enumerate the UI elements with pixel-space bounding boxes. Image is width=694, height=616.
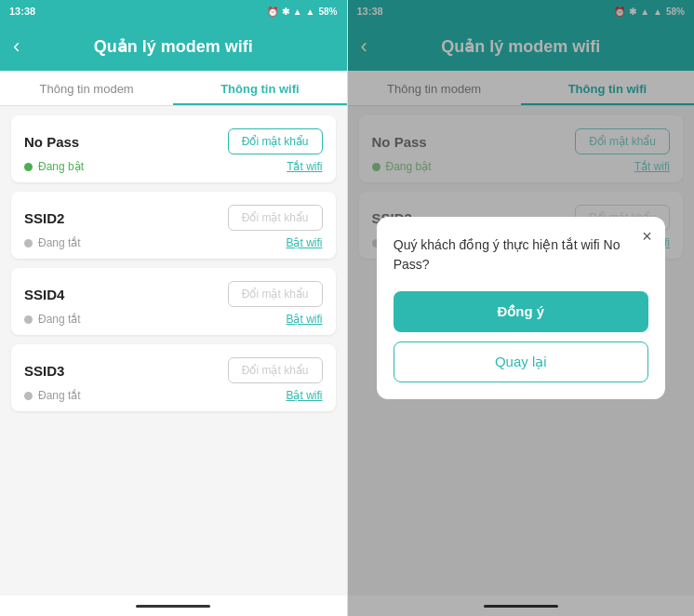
- wifi-card-ssid3-left: SSID3 Đổi mật khẩu Đang tắt Bật wifi: [11, 344, 336, 411]
- status-dot-ssid3-left: [24, 392, 33, 400]
- modal-confirm-button[interactable]: Đồng ý: [394, 291, 648, 332]
- status-label-ssid2-left: Đang tắt: [38, 236, 81, 249]
- wifi-list-left: No Pass Đổi mật khẩu Đang bật Tắt wifi S…: [0, 106, 347, 596]
- tabs-left: Thông tin modem Thông tin wifi: [0, 71, 347, 106]
- wifi-name-nopass-left: No Pass: [24, 134, 79, 150]
- status-bar-left: 13:38 ⏰ ✱ ▲ ▲ 58%: [0, 0, 347, 22]
- status-icons-left: ⏰ ✱ ▲ ▲ 58%: [267, 7, 338, 17]
- wifi-card-top-ssid3-left: SSID3 Đổi mật khẩu: [24, 357, 323, 383]
- modal-close-button[interactable]: ×: [642, 228, 652, 245]
- wifi-card-bottom-ssid2-left: Đang tắt Bật wifi: [24, 236, 323, 249]
- wifi-name-ssid3-left: SSID3: [24, 363, 64, 379]
- tab-wifi-info-left[interactable]: Thông tin wifi: [173, 71, 346, 105]
- wifi-card-ssid4-left: SSID4 Đổi mật khẩu Đang tắt Bật wifi: [11, 268, 336, 335]
- wifi-card-top-ssid4-left: SSID4 Đổi mật khẩu: [24, 281, 323, 307]
- status-ssid3-left: Đang tắt: [24, 389, 81, 402]
- btn-change-pass-ssid4-left: Đổi mật khẩu: [228, 281, 323, 307]
- left-panel: 13:38 ⏰ ✱ ▲ ▲ 58% ‹ Quản lý modem wifi T…: [0, 0, 347, 616]
- btn-change-pass-ssid3-left: Đổi mật khẩu: [228, 357, 323, 383]
- wifi-card-top-nopass-left: No Pass Đổi mật khẩu: [24, 128, 323, 154]
- wifi-signal-icon: ▲: [306, 7, 315, 17]
- wifi-name-ssid4-left: SSID4: [24, 287, 64, 302]
- status-label-nopass-left: Đang bật: [38, 160, 84, 173]
- alarm-icon: ⏰: [267, 7, 278, 17]
- bottom-indicator-left: [136, 605, 210, 608]
- modal-overlay: × Quý khách đồng ý thực hiện tắt wifi No…: [348, 0, 695, 616]
- time-left: 13:38: [9, 6, 35, 17]
- btn-toggle-ssid4-left[interactable]: Bật wifi: [286, 313, 322, 326]
- tab-modem-info-left[interactable]: Thông tin modem: [0, 71, 173, 105]
- wifi-card-bottom-ssid4-left: Đang tắt Bật wifi: [24, 313, 323, 326]
- wifi-card-bottom-nopass-left: Đang bật Tắt wifi: [24, 160, 323, 173]
- bluetooth-icon: ✱: [282, 7, 289, 17]
- status-ssid2-left: Đang tắt: [24, 236, 81, 249]
- btn-change-pass-ssid2-left: Đổi mật khẩu: [228, 205, 323, 231]
- wifi-card-nopass-left: No Pass Đổi mật khẩu Đang bật Tắt wifi: [11, 115, 336, 182]
- modal-cancel-button[interactable]: Quay lại: [394, 341, 648, 382]
- signal-icon: ▲: [293, 7, 302, 17]
- header-left: ‹ Quản lý modem wifi: [0, 22, 347, 71]
- status-dot-ssid2-left: [24, 239, 33, 248]
- btn-change-pass-nopass-left[interactable]: Đổi mật khẩu: [228, 128, 323, 154]
- status-dot-nopass-left: [24, 163, 33, 171]
- wifi-card-bottom-ssid3-left: Đang tắt Bật wifi: [24, 389, 323, 402]
- battery-left: 58%: [318, 7, 337, 17]
- wifi-card-ssid2-left: SSID2 Đổi mật khẩu Đang tắt Bật wifi: [11, 192, 336, 259]
- back-button-left[interactable]: ‹: [13, 34, 20, 59]
- wifi-name-ssid2-left: SSID2: [24, 210, 64, 226]
- bottom-bar-left: [0, 596, 347, 616]
- status-nopass-left: Đang bật: [24, 160, 84, 173]
- status-label-ssid3-left: Đang tắt: [38, 389, 81, 402]
- btn-toggle-ssid3-left[interactable]: Bật wifi: [286, 389, 322, 402]
- btn-toggle-nopass-left[interactable]: Tắt wifi: [287, 160, 322, 173]
- status-label-ssid4-left: Đang tắt: [38, 313, 81, 326]
- status-ssid4-left: Đang tắt: [24, 313, 81, 326]
- status-dot-ssid4-left: [24, 315, 33, 324]
- wifi-card-top-ssid2-left: SSID2 Đổi mật khẩu: [24, 205, 323, 231]
- right-panel: 13:38 ⏰ ✱ ▲ ▲ 58% ‹ Quản lý modem wifi T…: [348, 0, 695, 616]
- confirm-modal: × Quý khách đồng ý thực hiện tắt wifi No…: [377, 217, 665, 399]
- modal-message: Quý khách đồng ý thực hiện tắt wifi No P…: [394, 235, 648, 275]
- btn-toggle-ssid2-left[interactable]: Bật wifi: [286, 236, 322, 249]
- header-title-left: Quản lý modem wifi: [94, 36, 253, 57]
